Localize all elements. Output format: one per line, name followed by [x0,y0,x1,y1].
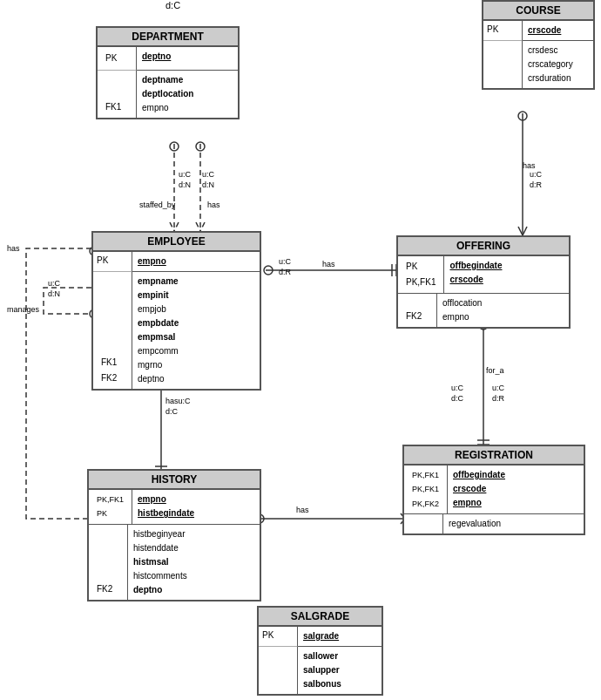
offering-pk-field2: crscode [449,273,564,287]
cardinality-off-reg-4: d:C [451,394,463,403]
salgrade-pk-key: PK [262,629,294,642]
label-has-left: has [7,244,20,253]
offering-fk2-key: FK2 [402,309,432,324]
history-field-histbeginyear: histbeginyear [133,527,254,541]
cardinality-dept-emp-staffed-2: d:N [179,180,191,189]
emp-fk2-key: FK2 [98,370,127,386]
svg-point-5 [196,142,205,151]
cardinality-off-reg-2: d:R [492,394,504,403]
history-pk-field1: empno [138,493,254,506]
cardinality-dept-emp-has-1: u:C [202,170,214,179]
svg-line-2 [174,222,179,231]
salgrade-pk-field: salgrade [303,629,376,643]
history-field-deptno: deptno [133,583,254,597]
emp-field-empbdate: empbdate [138,316,254,330]
svg-line-7 [200,222,205,231]
department-entity: DEPARTMENT PK deptno FK1 deptname deptlo… [96,26,240,119]
emp-field-empmsal: empmsal [138,330,254,344]
course-pk-key: PK [487,23,518,37]
dept-pk-key: PK [102,50,132,67]
reg-pk-key3: PK,FK2 [409,497,442,511]
emp-field-empcomm: empcomm [138,344,254,358]
department-title: DEPARTMENT [98,28,238,47]
employee-entity: EMPLOYEE PK empno FK1 FK2 empname empini… [91,231,261,391]
history-entity: HISTORY PK,FK1 PK empno histbegindate FK… [87,469,261,601]
emp-field-empjob: empjob [138,302,254,316]
emp-fk1-key: FK1 [98,355,127,370]
emp-field-mgrno: mgrno [138,358,254,372]
reg-pk-field2: crscode [453,482,578,496]
offering-pk-key1: PK [402,259,439,275]
emp-field-empinit: empinit [138,289,254,302]
course-field-crscategory: crscategory [528,58,588,71]
registration-title: REGISTRATION [404,446,584,466]
dept-field-deptname: deptname [142,73,233,87]
course-pk-field: crscode [528,24,588,37]
cardinality-dept-emp-has-2: d:N [202,180,214,189]
cardinality-manages-2: d:N [48,289,60,298]
erd-diagram: u:C d:N staffed_by u:C d:N has has manag… [0,0,601,700]
label-has-course: has [523,161,536,170]
history-field-histcomments: histcomments [133,569,254,583]
history-pk-key2: PK [93,506,127,520]
svg-point-3 [170,142,179,151]
label-for-a: for_a [486,366,504,375]
course-entity: COURSE PK crscode crsdesc crscategory cr… [482,0,595,90]
registration-entity: REGISTRATION PK,FK1 PK,FK1 PK,FK2 offbeg… [402,445,585,535]
emp-pk-field: empno [138,255,254,268]
label-has-dept: has [207,200,220,209]
offering-entity: OFFERING PK PK,FK1 offbegindate crscode … [396,235,571,329]
cardinality-course-off-2: d:R [530,180,542,189]
label-has-emp-off: has [322,260,335,268]
svg-line-19 [518,227,523,235]
cardinality-dept-emp-staffed-1: u:C [179,170,191,179]
history-pk-field2: histbegindate [138,506,254,520]
cardinality-emp-hist-dc: d:C [165,407,178,416]
label-staffed-by: staffed_by [139,200,175,209]
salgrade-field-salupper: salupper [303,663,376,677]
offering-pk-field1: offbegindate [449,259,564,273]
history-field-histmsal: histmsal [133,555,254,569]
cardinality-off-reg-1: u:C [492,384,504,392]
history-title: HISTORY [89,471,260,490]
reg-pk-field3: empno [453,496,578,510]
dept-field-deptlocation: deptlocation [142,87,233,101]
emp-field-deptno: deptno [138,372,254,386]
emp-pk-key: PK [97,254,128,268]
salgrade-title: SALGRADE [259,608,382,627]
label-manages: manages [7,305,39,314]
offering-field-empno: empno [442,310,564,324]
salgrade-field-salbonus: salbonus [303,677,376,691]
svg-line-6 [196,222,200,231]
dept-pk-field: deptno [142,50,233,64]
history-field-histenddate: histenddate [133,541,254,555]
cardinality-course-off-1: u:C [530,170,542,179]
offering-field-offlocation: offlocation [442,296,564,310]
course-field-crsduration: crsduration [528,71,588,85]
cardinality-off-reg-3: u:C [451,384,463,392]
cardinality-emp-hist-1: hasu:C [165,397,191,405]
employee-title: EMPLOYEE [93,233,260,252]
history-pk-key1: PK,FK1 [93,493,127,506]
salgrade-entity: SALGRADE PK salgrade sallower salupper s… [257,606,383,696]
svg-point-14 [264,266,273,275]
course-field-crsdesc: crsdesc [528,44,588,58]
course-title: COURSE [483,2,593,21]
reg-pk-key1: PK,FK1 [409,468,442,482]
cardinality-manages-1: u:C [48,279,60,288]
svg-line-1 [170,222,174,231]
salgrade-field-sallower: sallower [303,649,376,663]
dept-field-empno: empno [142,101,233,115]
offering-pk-key2: PK,FK1 [402,275,439,290]
cardinality-emp-hist-2: d:C [165,0,180,10]
reg-pk-key2: PK,FK1 [409,482,442,496]
svg-point-18 [518,112,527,120]
reg-field-regevaluation: regevaluation [449,517,578,531]
svg-line-20 [523,227,527,235]
emp-field-empname: empname [138,275,254,289]
history-fk2-key: FK2 [93,581,123,597]
dept-fk1-key: FK1 [102,99,132,115]
label-has-hist-reg: has [296,506,309,514]
offering-title: OFFERING [398,237,569,256]
cardinality-emp-off-2: d:R [279,268,291,276]
